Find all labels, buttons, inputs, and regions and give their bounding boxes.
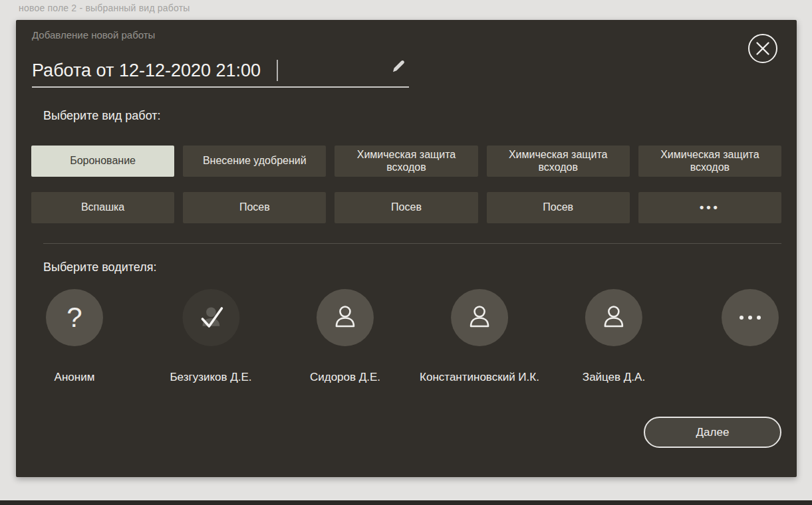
driver-avatar [317, 289, 374, 346]
work-type-label: Внесение удобрений [203, 155, 307, 167]
work-type-label: Вспашка [81, 201, 124, 213]
work-title-value: Работа от 12-12-2020 21:00 [32, 60, 261, 81]
question-mark-icon: ? [67, 304, 82, 332]
work-type-button[interactable]: Химическая защита всходов [335, 146, 477, 177]
driver-section-label: Выберите водителя: [43, 260, 156, 274]
driver-name: Зайцев Д.А. [583, 371, 645, 384]
work-type-label: Химическая защита всходов [493, 149, 623, 173]
add-work-modal: Добавление новой работы Работа от 12-12-… [16, 20, 797, 477]
work-type-button[interactable]: Химическая защита всходов [638, 146, 781, 177]
modal-header: Добавление новой работы [32, 29, 155, 41]
driver-name: Сидоров Д.Е. [310, 371, 380, 384]
bottom-bar [0, 500, 812, 505]
driver-item[interactable]: Константиновский И.К. [420, 289, 539, 384]
work-type-button[interactable]: Посев [183, 192, 326, 223]
work-type-button[interactable]: Внесение удобрений [183, 146, 326, 177]
checkmark-icon [194, 301, 227, 334]
work-type-button[interactable]: Боронование [31, 146, 174, 177]
driver-name: Аноним [55, 371, 95, 384]
work-type-label: Посев [239, 201, 270, 213]
work-type-button[interactable]: Вспашка [31, 192, 174, 223]
driver-item[interactable]: Сидоров Д.Е. [310, 289, 380, 384]
person-icon [329, 302, 361, 334]
work-type-grid: БоронованиеВнесение удобренийХимическая … [31, 146, 781, 223]
driver-avatar [182, 289, 239, 346]
work-type-label: Боронование [70, 155, 136, 167]
more-dots-icon [740, 316, 761, 320]
more-work-types-button[interactable]: ••• [638, 192, 781, 223]
driver-list: ?АнонимБезгузиков Д.Е.Сидоров Д.Е.Конста… [16, 289, 797, 412]
driver-item[interactable]: Безгузиков Д.Е. [170, 289, 251, 384]
work-type-button[interactable]: Посев [487, 192, 630, 223]
work-type-label: ••• [700, 201, 720, 215]
person-icon [598, 302, 630, 334]
edit-pencil-icon [390, 58, 406, 74]
next-button[interactable]: Далее [644, 417, 781, 448]
work-type-label: Посев [391, 201, 422, 213]
work-type-label: Посев [543, 201, 573, 213]
driver-item[interactable]: Зайцев Д.А. [583, 289, 645, 384]
section-divider [43, 243, 781, 244]
driver-avatar [585, 289, 642, 346]
work-type-button[interactable]: Химическая защита всходов [487, 146, 630, 177]
work-title-field[interactable]: Работа от 12-12-2020 21:00 [32, 54, 409, 88]
work-type-label: Химическая защита всходов [645, 149, 775, 173]
window-title: новое поле 2 - выбранный вид работы [19, 3, 190, 13]
more-drivers-item[interactable] [722, 289, 779, 346]
close-icon [747, 33, 778, 64]
work-type-label: Химическая защита всходов [341, 149, 471, 173]
text-cursor [277, 60, 278, 81]
driver-avatar [722, 289, 779, 346]
driver-name: Безгузиков Д.Е. [170, 371, 251, 384]
close-button[interactable] [747, 33, 778, 64]
driver-avatar: ? [46, 289, 103, 346]
work-type-section-label: Выберите вид работ: [43, 109, 161, 123]
driver-avatar [451, 289, 508, 346]
person-icon [464, 302, 495, 334]
driver-name: Константиновский И.К. [420, 371, 539, 384]
work-type-button[interactable]: Посев [335, 192, 477, 223]
driver-item[interactable]: ?Аноним [46, 289, 103, 384]
